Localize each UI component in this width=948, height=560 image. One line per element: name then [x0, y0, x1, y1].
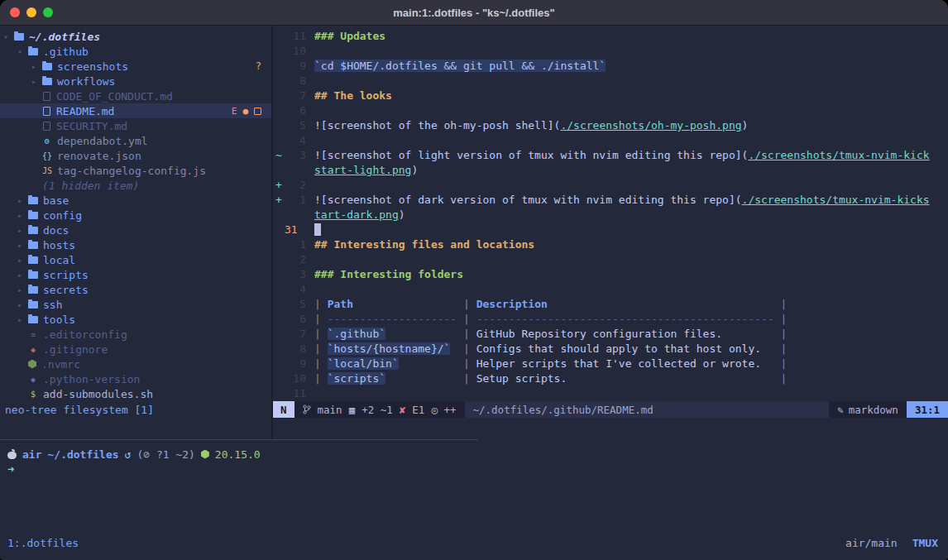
tree-item-python-version[interactable]: ◆.python-version	[0, 371, 271, 386]
editor-line[interactable]: 11	[273, 386, 948, 401]
text-segment: |	[774, 328, 788, 340]
tree-item-secrets[interactable]: ▸secrets	[0, 282, 271, 297]
tree-item-renovate-json[interactable]: {}renovate.json	[0, 148, 271, 163]
text-segment: |	[774, 298, 788, 310]
chevron-right-icon[interactable]: ▸	[17, 315, 28, 324]
tree-item-hosts[interactable]: ▸hosts	[0, 237, 271, 252]
tree-item-scripts[interactable]: ▸scripts	[0, 267, 271, 282]
file-tree: ▾~/.dotfiles▾.github▸screenshots?▸workfl…	[0, 29, 271, 401]
tree-item-add-submodules-sh[interactable]: $add-submodules.sh	[0, 386, 271, 401]
editor-line[interactable]: 10	[273, 44, 948, 59]
diamond-icon: ◆	[28, 345, 38, 354]
tree-item-base[interactable]: ▸base	[0, 193, 271, 208]
editor-line[interactable]: 8	[273, 74, 948, 89]
editor-line[interactable]: tart-dark.png)	[273, 208, 948, 223]
close-button[interactable]	[10, 7, 20, 17]
editor-line[interactable]: ~3![screenshot of light version of tmux …	[273, 148, 948, 163]
tree-item-nvmrc[interactable]: .nvmrc	[0, 357, 271, 371]
tree-item-readme-md[interactable]: README.mdE●	[0, 103, 271, 118]
editor-line[interactable]: +2	[273, 178, 948, 193]
line-number: 3	[285, 148, 306, 163]
editor-line[interactable]: 8| `hosts/{hostname}/` | Configs that sh…	[273, 342, 948, 357]
tree-item-code-of-conduct-md[interactable]: CODE_OF_CONDUCT.md	[0, 89, 271, 103]
prompt-input-line[interactable]: ➜	[7, 462, 948, 476]
tmux-session[interactable]: 1:.dotfiles	[7, 537, 79, 549]
minimize-button[interactable]	[26, 7, 36, 17]
editor-line[interactable]: 6	[273, 103, 948, 118]
cmdline	[273, 418, 948, 439]
chevron-right-icon[interactable]: ▸	[17, 256, 28, 265]
editor-line[interactable]: 11### Updates	[273, 29, 948, 44]
editor-line[interactable]: 4	[273, 133, 948, 148]
git-untracked-badge: ?	[256, 60, 261, 72]
text-segment: ----------------------------------------…	[476, 313, 774, 325]
editor-line[interactable]: start-light.png)	[273, 163, 948, 178]
tree-item-editorconfig[interactable]: ≡.editorconfig	[0, 327, 271, 342]
chevron-right-icon[interactable]: ▸	[17, 211, 28, 220]
chevron-down-icon[interactable]: ▾	[3, 32, 14, 41]
text-segment: `hosts/{hostname}/`	[328, 342, 451, 355]
editor-line[interactable]: 1## Interesting files and locations	[273, 237, 948, 252]
editor-line[interactable]: 9| `local/bin` | Helper scripts that I'v…	[273, 357, 948, 371]
editor-line[interactable]: 10| `scripts` | Setup scripts. |	[273, 371, 948, 386]
git-sign	[273, 74, 285, 89]
line-text	[314, 74, 948, 89]
editor-pane[interactable]: 11### Updates109`cd $HOME/.dotfiles && g…	[273, 26, 948, 439]
tree-item-github[interactable]: ▾.github	[0, 44, 271, 59]
tree-item-tools[interactable]: ▸tools	[0, 312, 271, 327]
chevron-right-icon[interactable]: ▸	[17, 241, 28, 250]
shell-icon: $	[28, 390, 38, 399]
editor-line[interactable]: 2	[273, 252, 948, 267]
chevron-down-icon[interactable]: ▾	[17, 47, 28, 56]
chevron-right-icon[interactable]: ▸	[17, 300, 28, 309]
editor-line[interactable]: 31	[273, 223, 948, 237]
tree-item-dotfiles[interactable]: ▾~/.dotfiles	[0, 29, 271, 44]
editor-line[interactable]: 7| `.github` | GitHub Repository configu…	[273, 327, 948, 342]
tree-item-tag-changelog-config-js[interactable]: JStag-changelog-config.js	[0, 163, 271, 178]
chevron-right-icon[interactable]: ▸	[17, 285, 28, 294]
tree-item-docs[interactable]: ▸docs	[0, 223, 271, 237]
editor-line[interactable]: 3### Interesting folders	[273, 267, 948, 282]
editor-line[interactable]: +1![screenshot of dark version of tmux w…	[273, 193, 948, 208]
zoom-button[interactable]	[43, 7, 53, 17]
tree-item-workflows[interactable]: ▸workflows	[0, 74, 271, 89]
text-segment: |	[457, 342, 476, 355]
text-segment: |	[314, 328, 328, 340]
editor-line[interactable]: 5| Path | Description |	[273, 297, 948, 312]
line-number: 1	[285, 237, 306, 252]
node-version: 20.15.0	[215, 448, 261, 461]
tree-item-gitignore[interactable]: ◆.gitignore	[0, 342, 271, 357]
tree-item-local[interactable]: ▸local	[0, 252, 271, 267]
editor-line[interactable]: 6| -------------------- | --------------…	[273, 312, 948, 327]
tree-item-screenshots[interactable]: ▸screenshots?	[0, 59, 271, 74]
tree-item-config[interactable]: ▸config	[0, 208, 271, 223]
editor-line[interactable]: 4	[273, 282, 948, 297]
tree-item-security-md[interactable]: SECURITY.md	[0, 118, 271, 133]
chevron-right-icon[interactable]: ▸	[17, 196, 28, 205]
tree-item-label: hosts	[43, 239, 75, 251]
line-text: ## Interesting files and locations	[314, 237, 948, 252]
git-sign	[273, 237, 285, 252]
tree-item-label: add-submodules.sh	[43, 388, 153, 400]
tree-item-1-hidden-item[interactable]: (1 hidden item)	[0, 178, 271, 193]
line-text	[314, 282, 948, 297]
line-number: 5	[285, 118, 306, 133]
tree-item-label: scripts	[43, 269, 89, 281]
chevron-right-icon[interactable]: ▸	[31, 77, 42, 86]
tmux-host: air/main	[845, 537, 898, 549]
chevron-right-icon[interactable]: ▸	[17, 270, 28, 280]
line-number: 5	[285, 297, 306, 312]
editor-line[interactable]: 9`cd $HOME/.dotfiles && git pull && ./in…	[273, 59, 948, 74]
tree-item-dependabot-yml[interactable]: ⚙dependabot.yml	[0, 133, 271, 148]
tree-item-label: ssh	[43, 299, 62, 311]
git-sign	[273, 208, 285, 223]
editor-line[interactable]: 5![screenshot of the oh-my-posh shell](.…	[273, 118, 948, 133]
traffic-lights	[10, 7, 53, 17]
tree-item-ssh[interactable]: ▸ssh	[0, 297, 271, 312]
filetype-segment: ✎ markdown	[829, 401, 907, 418]
terminal-pane[interactable]: air ~/.dotfiles ↺ (⊘ ?1 ~2) 20.15.0 ➜	[0, 440, 948, 535]
editor-line[interactable]: 7## The looks	[273, 89, 948, 103]
prompt-path: ~/.dotfiles	[47, 448, 118, 461]
chevron-right-icon[interactable]: ▸	[31, 62, 42, 71]
chevron-right-icon[interactable]: ▸	[17, 226, 28, 235]
